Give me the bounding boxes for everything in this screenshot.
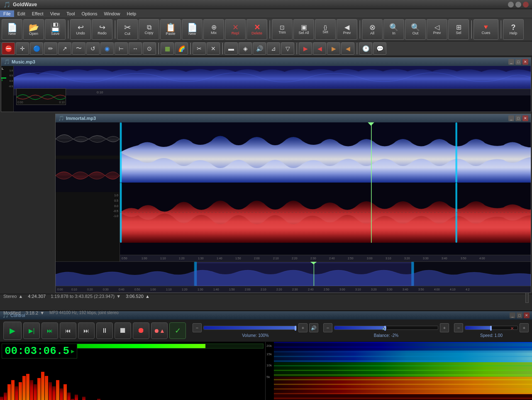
all-button[interactable]: ⊗All <box>362 19 383 40</box>
play-button[interactable]: ▶ <box>3 322 22 340</box>
rec-armed-button[interactable]: ⏺▲ <box>151 322 168 339</box>
channel-type[interactable]: Stereo ▲ <box>3 294 23 299</box>
channel-btn[interactable]: ◈ <box>239 42 252 55</box>
mark3-btn[interactable]: ▶ <box>327 42 340 55</box>
immortal-close[interactable]: ✕ <box>522 115 528 121</box>
menu-edit[interactable]: Edit <box>14 10 29 17</box>
size-dropdown[interactable]: ▼ <box>40 310 44 315</box>
scissors-btn[interactable]: ✂ <box>193 42 206 55</box>
revert-btn[interactable]: ↺ <box>86 42 100 55</box>
maximize-btn[interactable] <box>515 2 521 7</box>
channel-dropdown[interactable]: ▲ <box>18 294 23 299</box>
vol-plus-btn[interactable]: + <box>298 323 307 332</box>
position-dropdown[interactable]: ▲ <box>145 294 150 299</box>
stop-effect-btn[interactable]: ⛔ <box>2 42 15 55</box>
new-button[interactable]: 📄New <box>2 19 22 40</box>
confirm-button[interactable]: ✓ <box>169 322 186 339</box>
speed-slider[interactable]: ✕ <box>465 326 518 330</box>
delete-button[interactable]: ✕Delete <box>246 19 267 40</box>
duration-display[interactable]: 4:24.307 <box>28 294 46 299</box>
selection-dropdown[interactable]: ▼ <box>116 294 121 299</box>
marker-btn[interactable]: ▶ <box>299 42 312 55</box>
menu-options[interactable]: Options <box>78 10 100 17</box>
next-marker-button[interactable]: ▶| <box>23 322 40 339</box>
immortal-waveform[interactable]: 0:50 1:00 1:10 1:20 1:30 1:40 1:50 2:00 … <box>120 122 531 261</box>
notes-btn[interactable]: 💬 <box>373 42 386 55</box>
wave-btn[interactable]: 〜 <box>72 42 85 55</box>
save-button[interactable]: 💾Save <box>45 19 66 40</box>
immortal-maximize[interactable]: □ <box>515 115 521 121</box>
colormap-btn[interactable]: 🌈 <box>175 42 188 55</box>
zprev-button[interactable]: ◁Prev <box>427 19 447 40</box>
snap-btn[interactable]: ⊢ <box>115 42 128 55</box>
zoomin-button[interactable]: 🔍In <box>383 19 404 40</box>
new2-button[interactable]: 📄New <box>182 19 203 40</box>
menu-file[interactable]: File <box>0 10 14 17</box>
bal-minus-btn[interactable]: − <box>323 323 332 332</box>
normalize-btn[interactable]: ▽ <box>281 42 294 55</box>
menu-tool[interactable]: Tool <box>63 10 78 17</box>
vol-minus-btn[interactable]: − <box>193 323 202 332</box>
move-btn[interactable]: ✛ <box>16 42 29 55</box>
repl-button[interactable]: ✕Repl <box>225 19 246 40</box>
cues-button[interactable]: 🔻Cues <box>473 19 498 40</box>
skip-forward-button[interactable]: ⏭ <box>41 322 58 339</box>
copy-button[interactable]: ⧉Copy <box>139 19 159 40</box>
pan-btn[interactable]: ⊙ <box>143 42 156 55</box>
record-button[interactable]: ⏺ <box>133 322 149 339</box>
clock-btn[interactable]: 🕐 <box>359 42 372 55</box>
fit-btn[interactable]: ↔ <box>129 42 142 55</box>
mark4-btn[interactable]: ◀ <box>341 42 354 55</box>
immortal-minimize[interactable]: _ <box>508 115 514 121</box>
marker2-btn[interactable]: ◀ <box>313 42 326 55</box>
zoomout-button[interactable]: 🔍Out <box>405 19 426 40</box>
music-waveform[interactable]: 0:00 0:10 0:00 0:10 <box>14 66 531 112</box>
cursor-btn[interactable]: ↗ <box>58 42 71 55</box>
menu-help[interactable]: Help <box>124 10 140 17</box>
zoom-wave-btn[interactable]: 🔵 <box>30 42 43 55</box>
spectrogram-btn[interactable]: ▦ <box>161 42 174 55</box>
crossfade-btn[interactable]: ✕ <box>207 42 220 55</box>
fast-forward-button[interactable]: ⏭ <box>78 322 95 339</box>
paste-button[interactable]: 📋Paste <box>160 19 181 40</box>
music-maximize[interactable]: □ <box>515 59 521 65</box>
speed-plus-btn[interactable]: + <box>520 323 529 332</box>
immortal-overview[interactable]: 0:00 0:10 0:20 0:30 0:40 0:50 1:00 1:10 … <box>56 261 531 293</box>
cut-button[interactable]: ✂Cut <box>117 19 138 40</box>
eq-btn[interactable]: ▬ <box>225 42 238 55</box>
menu-effect[interactable]: Effect <box>29 10 47 17</box>
set-button[interactable]: {}Set <box>315 19 336 40</box>
pause-button[interactable]: ⏸ <box>96 322 113 339</box>
undo-button[interactable]: ↩Undo <box>70 19 91 40</box>
speed-minus-btn[interactable]: − <box>454 323 463 332</box>
position-display[interactable]: 3:06.520 ▲ <box>126 294 150 299</box>
menu-view[interactable]: View <box>47 10 63 17</box>
menu-window[interactable]: Window <box>100 10 123 17</box>
trim-button[interactable]: ⊡Trim <box>272 19 293 40</box>
volume-slider[interactable] <box>203 326 297 330</box>
music-minimize[interactable]: _ <box>508 59 514 65</box>
redo-button[interactable]: ↪Redo <box>92 19 112 40</box>
zsel-button[interactable]: ⊞Sel <box>448 19 469 40</box>
prev-button[interactable]: ◀Prev <box>337 19 357 40</box>
vol-icon[interactable]: 🔊 <box>309 323 318 332</box>
control-minimize[interactable]: _ <box>510 312 515 318</box>
minimize-btn[interactable] <box>508 2 514 7</box>
volume2-btn[interactable]: 🔊 <box>253 42 266 55</box>
control-close[interactable]: ✕ <box>524 312 530 318</box>
balance-slider[interactable]: 🔊 <box>334 326 438 330</box>
control-maximize[interactable]: □ <box>517 312 522 318</box>
bal-plus-btn[interactable]: + <box>440 323 449 332</box>
close-btn[interactable] <box>523 2 529 7</box>
help-button[interactable]: ?Help <box>503 19 524 40</box>
open-button[interactable]: 📂Open <box>23 19 44 40</box>
center-btn[interactable]: ◉ <box>100 42 114 55</box>
stop-button[interactable]: ⏹ <box>115 322 131 339</box>
pencil-btn[interactable]: ✏ <box>44 42 57 55</box>
music-close[interactable]: ✕ <box>522 59 528 65</box>
file-size[interactable]: 3:18.2 ▼ <box>26 310 44 315</box>
balance-btn[interactable]: ⊿ <box>267 42 280 55</box>
mix-button[interactable]: ⊕Mix <box>203 19 224 40</box>
selection-range[interactable]: 1:19.878 to 3:43.825 (2:23.947) ▼ <box>51 294 121 299</box>
rewind-button[interactable]: ⏮ <box>60 322 76 339</box>
